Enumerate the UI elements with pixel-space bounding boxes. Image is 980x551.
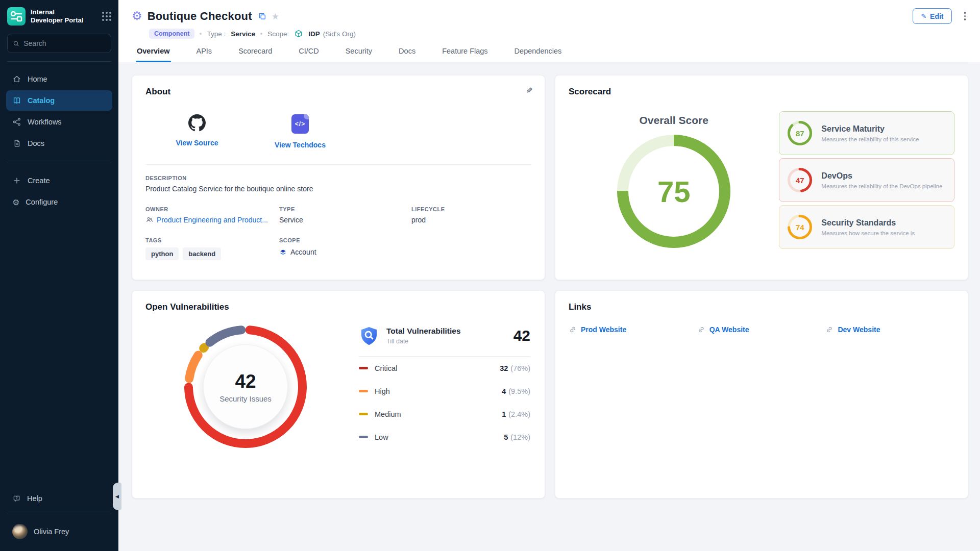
sidebar-collapse-handle[interactable]: ◀ <box>113 483 121 510</box>
tag-chip[interactable]: python <box>145 247 179 260</box>
scorecard-title: Scorecard <box>569 87 954 97</box>
till-date-label: Till date <box>386 338 461 345</box>
tab-dependencies[interactable]: Dependencies <box>513 47 563 62</box>
component-gear-icon: ⚙ <box>132 10 142 22</box>
catalog-book-icon <box>12 96 21 105</box>
view-techdocs-item: </> View Techdocs <box>272 114 328 149</box>
main-area: ⚙ Boutique Checkout ★ ✎ Edit Component T… <box>118 0 980 551</box>
service-maturity-value: 87 <box>796 129 804 138</box>
pencil-icon: ✎ <box>921 12 926 20</box>
link-icon <box>697 325 705 334</box>
sidebar: Internal Developer Portal Home Catalog W… <box>0 0 118 551</box>
page-title: Boutique Checkout <box>148 10 252 23</box>
tags-label: TAGS <box>145 237 279 243</box>
edit-about-icon[interactable]: ✎ <box>526 86 532 95</box>
apps-grid-icon[interactable] <box>102 12 111 21</box>
qa-website-link[interactable]: QA Website <box>709 325 749 334</box>
page-header: ⚙ Boutique Checkout ★ ✎ Edit Component T… <box>118 0 980 62</box>
vulnerabilities-chart: 42 Security Issues <box>145 312 346 448</box>
tab-docs[interactable]: Docs <box>398 47 416 62</box>
severity-percent: (9.5%) <box>508 387 530 395</box>
sidebar-search[interactable] <box>7 34 111 53</box>
lifecycle-label: LIFECYCLE <box>411 206 531 212</box>
star-icon[interactable]: ★ <box>272 11 279 21</box>
overall-score-title: Overall Score <box>639 114 708 127</box>
account-layers-icon <box>279 248 287 256</box>
score-card-security-standards[interactable]: 74 Security Standards Measures how secur… <box>779 205 954 249</box>
collapse-arrow-icon: ◀ <box>115 494 119 499</box>
scope-cube-icon <box>294 29 303 38</box>
more-options-icon[interactable] <box>962 10 968 22</box>
devops-value: 47 <box>796 176 804 185</box>
scope-value: IDP <box>308 30 320 38</box>
score-card-devops[interactable]: 47 DevOps Measures the reliability of th… <box>779 158 954 202</box>
type-field: TYPE Service <box>279 206 411 224</box>
view-techdocs-link[interactable]: View Techdocs <box>275 141 326 149</box>
user-menu[interactable]: Olivia Frey <box>6 519 112 544</box>
sidebar-nav: Home Catalog Workflows Docs <box>0 69 118 155</box>
tag-chip[interactable]: backend <box>183 247 221 260</box>
sidebar-item-catalog[interactable]: Catalog <box>6 90 112 111</box>
security-issues-count: 42 <box>235 371 256 392</box>
avatar <box>12 524 28 539</box>
sidebar-actions: Create ⚙ Configure <box>0 170 118 213</box>
severity-label: High <box>375 387 390 395</box>
tab-overview[interactable]: Overview <box>136 47 171 62</box>
vulnerabilities-card: Open Vulnerabilities 42 Security Issues <box>132 290 545 498</box>
about-card: About ✎ View Source </> View Techdocs DE… <box>132 75 545 280</box>
dot-separator <box>260 33 262 35</box>
entity-kind-badge: Component <box>149 29 194 39</box>
tab-security[interactable]: Security <box>345 47 373 62</box>
low-swatch <box>359 436 368 438</box>
score-card-service-maturity[interactable]: 87 Service Maturity Measures the reliabi… <box>779 111 954 155</box>
tab-apis[interactable]: APIs <box>195 47 213 62</box>
severity-percent: (12%) <box>510 433 530 441</box>
scope-value: Account <box>290 248 316 256</box>
total-vulnerabilities-value: 42 <box>513 327 530 344</box>
dev-website-link[interactable]: Dev Website <box>838 325 880 334</box>
search-input[interactable] <box>23 39 106 47</box>
severity-label: Low <box>375 433 388 441</box>
sidebar-item-create[interactable]: Create <box>6 170 112 191</box>
vulnerabilities-summary: Total Vulnerabilities Till date 42 Criti… <box>346 312 531 448</box>
owner-field: OWNER Product Engineering and Product... <box>145 206 279 224</box>
view-source-link[interactable]: View Source <box>176 139 218 147</box>
owner-link[interactable]: Product Engineering and Product... <box>157 216 268 224</box>
sidebar-item-workflows[interactable]: Workflows <box>6 112 112 132</box>
lifecycle-field: LIFECYCLE prod <box>411 206 531 224</box>
links-title: Links <box>569 302 954 312</box>
sidebar-item-home[interactable]: Home <box>6 69 112 89</box>
critical-swatch <box>359 367 368 369</box>
copy-icon[interactable] <box>258 12 266 20</box>
sidebar-item-configure[interactable]: ⚙ Configure <box>6 192 112 212</box>
owner-label: OWNER <box>145 206 279 212</box>
help-label: Help <box>27 494 42 503</box>
tab-scorecard[interactable]: Scorecard <box>237 47 273 62</box>
scope-org: (Sid's Org) <box>323 30 356 38</box>
prod-website-link[interactable]: Prod Website <box>581 325 626 334</box>
scope-label: SCOPE <box>279 237 411 243</box>
vulnerabilities-donut-center: 42 Security Issues <box>203 344 288 429</box>
search-icon <box>13 40 19 47</box>
view-source-item: View Source <box>169 114 225 149</box>
sidebar-item-label: Docs <box>28 139 44 147</box>
overall-score-value: 75 <box>657 174 691 209</box>
links-card: Links Prod Website QA Website Dev Websit… <box>555 290 968 498</box>
help-button[interactable]: ? Help <box>6 488 112 509</box>
sidebar-item-label: Configure <box>26 198 58 206</box>
severity-percent: (76%) <box>510 364 530 372</box>
tab-feature-flags[interactable]: Feature Flags <box>441 47 488 62</box>
vulnerability-row-low: Low 5 (12%) <box>359 425 530 448</box>
sidebar-divider <box>7 163 111 163</box>
edit-button[interactable]: ✎ Edit <box>913 8 951 24</box>
app-title: Internal Developer Portal <box>31 8 83 25</box>
link-icon <box>569 325 577 334</box>
score-list: 87 Service Maturity Measures the reliabi… <box>779 97 954 249</box>
app-logo-icon <box>7 7 26 26</box>
link-icon <box>825 325 834 334</box>
shield-scan-icon <box>359 325 379 346</box>
sidebar-item-docs[interactable]: Docs <box>6 133 112 154</box>
vulnerability-row-medium: Medium 1 (2.4%) <box>359 403 530 425</box>
tab-cicd[interactable]: CI/CD <box>298 47 320 62</box>
entity-meta-row: Component Type : Service Scope: IDP (Sid… <box>149 29 968 39</box>
